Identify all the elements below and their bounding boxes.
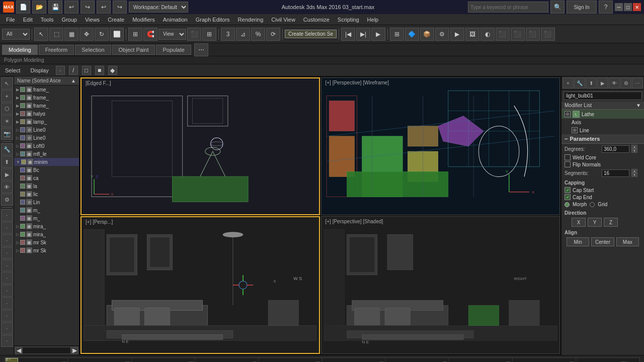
list-item[interactable]: ▦ la bbox=[14, 182, 79, 190]
open-btn[interactable]: 📂 bbox=[32, 1, 46, 14]
subobj-edge[interactable]: / bbox=[69, 66, 78, 75]
select-region[interactable]: ⬚ bbox=[49, 28, 63, 41]
mirror-btn[interactable]: ⬛ bbox=[187, 28, 201, 41]
render-setup[interactable]: ⚙ bbox=[435, 28, 449, 41]
move-tool[interactable]: ✥ bbox=[79, 28, 94, 41]
scene-btn[interactable]: 🔷 bbox=[405, 28, 419, 41]
rp-motion-icon[interactable]: ▶ bbox=[597, 77, 608, 88]
menu-modifiers[interactable]: Modifiers bbox=[128, 16, 159, 24]
vt-extra3[interactable]: · bbox=[1, 234, 13, 246]
timeline-track[interactable]: 0 / 100 10 20 30 40 50 60 70 80 bbox=[4, 357, 640, 362]
parameters-header[interactable]: − Parameters bbox=[561, 134, 644, 144]
list-item[interactable]: ▦ lic bbox=[14, 190, 79, 198]
vt-shapes[interactable]: ⬡ bbox=[1, 103, 13, 115]
tab-populate[interactable]: Populate bbox=[156, 45, 191, 55]
save-btn[interactable]: 💾 bbox=[48, 1, 62, 14]
new-btn[interactable]: 📄 bbox=[16, 1, 30, 14]
lathe-visibility[interactable] bbox=[565, 111, 571, 117]
percent-snap[interactable]: % bbox=[251, 28, 265, 41]
rp-display-icon[interactable]: 👁 bbox=[609, 77, 620, 88]
reference-btn[interactable]: ⊞ bbox=[128, 28, 142, 41]
undo-btn[interactable]: ↩ bbox=[64, 1, 78, 14]
help-btn[interactable]: ? bbox=[599, 1, 613, 14]
modifier-list-header[interactable]: Modifier List ▼ bbox=[561, 102, 644, 110]
vt-extra11[interactable]: · bbox=[1, 335, 13, 347]
list-item[interactable]: ▶ ▦ frame_ bbox=[14, 94, 79, 102]
select-filter[interactable]: ▦ bbox=[64, 28, 78, 41]
menu-group[interactable]: Group bbox=[57, 16, 81, 24]
scroll-track[interactable] bbox=[22, 347, 71, 354]
list-item[interactable]: ⊘ Lin bbox=[14, 198, 79, 206]
menu-graph-editors[interactable]: Graph Editors bbox=[192, 16, 234, 24]
vt-select[interactable]: ↖ bbox=[1, 77, 13, 89]
modifier-lathe[interactable]: L Lathe bbox=[561, 110, 644, 119]
vt-extra4[interactable]: · bbox=[1, 247, 13, 259]
extra4[interactable]: ⬛ bbox=[541, 28, 555, 41]
max-btn[interactable]: Max bbox=[616, 237, 639, 246]
extra1[interactable]: ⬛ bbox=[496, 28, 510, 41]
filter-dropdown[interactable]: All bbox=[2, 29, 30, 40]
subobj-elem[interactable]: ◆ bbox=[108, 66, 117, 75]
list-item[interactable]: ▷ ▦ mira_ bbox=[14, 222, 79, 230]
vt-extra10[interactable]: · bbox=[1, 322, 13, 334]
vt-display[interactable]: 👁 bbox=[1, 181, 13, 193]
signin-btn[interactable]: Sign In bbox=[567, 1, 597, 14]
vt-modify[interactable]: 🔧 bbox=[1, 143, 13, 155]
viewport-4[interactable]: [+] [Perspective] [Shaded] bbox=[321, 216, 560, 354]
minimize-btn[interactable]: ─ bbox=[615, 3, 623, 11]
subobj-border[interactable]: □ bbox=[82, 66, 91, 75]
vt-extra5[interactable]: · bbox=[1, 259, 13, 272]
active-shade[interactable]: ◐ bbox=[480, 28, 495, 41]
list-item[interactable]: ▷ ▦ Loft0 bbox=[14, 142, 79, 150]
search-icon[interactable]: 🔍 bbox=[550, 1, 565, 14]
scroll-up[interactable]: ▲ bbox=[71, 78, 76, 83]
angle-snap[interactable]: ⊿ bbox=[236, 28, 250, 41]
layers-btn[interactable]: ⊞ bbox=[390, 28, 404, 41]
asset-btn[interactable]: 📦 bbox=[420, 28, 434, 41]
menu-views[interactable]: Views bbox=[81, 16, 104, 24]
menu-customize[interactable]: Customize bbox=[299, 16, 334, 24]
rotate-tool[interactable]: ↻ bbox=[95, 28, 109, 41]
list-item[interactable]: ▶ ▦ lamp_ bbox=[14, 118, 79, 126]
menu-edit[interactable]: Edit bbox=[19, 16, 37, 24]
spinner-snap[interactable]: ⟳ bbox=[266, 28, 280, 41]
y-dir-btn[interactable]: Y bbox=[588, 218, 602, 227]
grid-radio[interactable] bbox=[590, 202, 595, 207]
list-item[interactable]: ▷ ⊘ Line0 bbox=[14, 134, 79, 142]
snap-3d[interactable]: 3 bbox=[221, 28, 235, 41]
viewport-1[interactable]: [Edged F...] X bbox=[80, 77, 320, 215]
degrees-up[interactable]: ▲ bbox=[631, 145, 637, 149]
modifier-axis[interactable]: Axis bbox=[561, 119, 644, 126]
align-btn[interactable]: ⊞ bbox=[202, 28, 216, 41]
menu-help[interactable]: Help bbox=[363, 16, 383, 24]
vt-extra8[interactable]: · bbox=[1, 297, 13, 309]
min-btn[interactable]: Min bbox=[567, 237, 589, 246]
extra2[interactable]: ⬛ bbox=[511, 28, 525, 41]
list-item[interactable]: ▶ ▦ frame_ bbox=[14, 102, 79, 110]
maximize-btn[interactable]: □ bbox=[624, 3, 632, 11]
tab-modeling[interactable]: Modeling bbox=[2, 45, 38, 55]
rp-hierarchy-icon[interactable]: ⬆ bbox=[586, 77, 597, 88]
viewport-2[interactable]: [+] [Perspective] [Wireframe] bbox=[321, 77, 560, 215]
subobj-poly[interactable]: ■ bbox=[95, 66, 104, 75]
redo-btn[interactable]: ↪ bbox=[80, 1, 95, 14]
subobj-vert[interactable]: · bbox=[56, 66, 65, 75]
menu-file[interactable]: File bbox=[2, 16, 19, 24]
rp-create-icon[interactable]: + bbox=[562, 77, 574, 88]
vt-hierarchy[interactable]: ⬆ bbox=[1, 156, 13, 168]
line-visibility[interactable] bbox=[572, 127, 578, 133]
list-item[interactable]: ▶ ▦ frame_ bbox=[14, 85, 79, 94]
tab-selection[interactable]: Selection bbox=[75, 45, 111, 55]
scroll-right[interactable]: ▶ bbox=[71, 347, 78, 354]
rp-utilities-icon[interactable]: ⚙ bbox=[620, 77, 631, 88]
list-item[interactable]: ▷ ▦ mira_ bbox=[14, 230, 79, 238]
scroll-left[interactable]: ◀ bbox=[15, 347, 22, 354]
tab-freeform[interactable]: Freeform bbox=[39, 45, 74, 55]
menu-rendering[interactable]: Rendering bbox=[234, 16, 268, 24]
snaps-btn[interactable]: 🧲 bbox=[143, 28, 157, 41]
degrees-down[interactable]: ▼ bbox=[631, 149, 637, 153]
vt-create[interactable]: + bbox=[1, 90, 13, 102]
weld-core-checkbox[interactable] bbox=[565, 154, 571, 160]
morph-radio[interactable] bbox=[565, 202, 570, 207]
scale-tool[interactable]: ⬜ bbox=[110, 28, 124, 41]
